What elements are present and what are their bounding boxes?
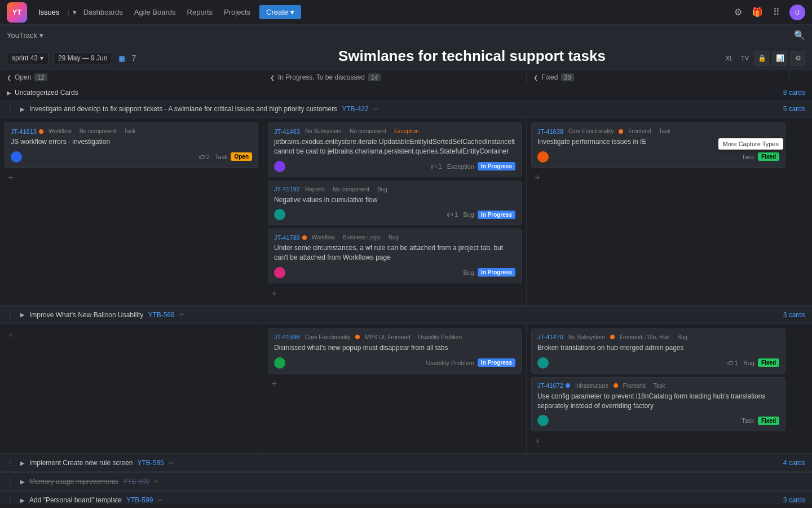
card-jt-41470-meta: 🏷 1 Bug	[727, 360, 754, 366]
uncategorized-toggle[interactable]: ▶	[7, 90, 11, 96]
swimlane-1-toggle[interactable]: ▶	[20, 106, 25, 112]
card-jt-41613-tag-workflow: Workflow	[46, 128, 74, 135]
search-icon[interactable]: 🔍	[794, 30, 805, 41]
swimlane-1: ⋮ ▶ Investigate and develop to fix suppo…	[0, 100, 812, 306]
swimlane-5-grip[interactable]: ⋮	[7, 496, 14, 504]
card-jt-41613-meta: 🏷 2 Task	[198, 154, 228, 160]
swimlane-5-toggle[interactable]: ▶	[20, 497, 25, 503]
logo-icon[interactable]: YT	[7, 2, 27, 23]
uncategorized-header[interactable]: ▶ Uncategorized Cards 8 cards	[0, 85, 812, 100]
card-jt-41672-title: Use config parameter to prevent i18nCata…	[537, 392, 779, 411]
settings-board-icon[interactable]: ⚙	[791, 51, 805, 65]
inprogress-label: In Progress, To be discussed	[278, 73, 365, 81]
swimlane-5-id[interactable]: YTB-599	[126, 496, 153, 504]
swimlane-3-id[interactable]: YTB-585	[137, 459, 164, 467]
apps-icon[interactable]: ⠿	[770, 6, 783, 19]
swimlane-3-title: Implement Create new rule screen	[29, 459, 133, 467]
swimlane-5-edit[interactable]: ✏	[157, 497, 162, 504]
swimlane-3-toggle[interactable]: ▶	[20, 460, 25, 466]
swimlane-4-toggle[interactable]: ▶	[20, 479, 25, 485]
swimlane-3-grip[interactable]: ⋮	[7, 459, 14, 467]
card-jt-41598[interactable]: JT-41598 Core Functionality MPS UI, Fron…	[268, 329, 522, 374]
card-jt-41463-tag-exception: Exception	[391, 128, 422, 135]
sprint-selector[interactable]: sprint 43 ▾	[7, 52, 48, 64]
frontend-dot	[619, 129, 623, 134]
card-jt-41463-id[interactable]: JT-41463	[274, 128, 300, 135]
swimlane-1-col-fixed: JT-41638 Core Functionality Frontend Tas…	[527, 118, 790, 305]
add-card-col2-sl2[interactable]: +	[268, 377, 281, 391]
card-jt-41463-badge: In Progress	[478, 162, 515, 170]
date-range[interactable]: 29 May — 9 Jun	[53, 52, 112, 64]
card-jt-41192-header: JT-41192 Reports No component Bug	[274, 186, 515, 193]
card-jt-41789[interactable]: JT-41789 Workflow Business Logic Bug Und…	[268, 229, 522, 283]
card-jt-41613-header: JT-41613 Workflow No component Task	[11, 128, 252, 135]
add-card-col1[interactable]: +	[5, 171, 17, 185]
frontend-dot-3	[614, 383, 618, 388]
card-jt-41789-header: JT-41789 Workflow Business Logic Bug	[274, 234, 515, 241]
lock-icon[interactable]: 🔒	[754, 51, 769, 65]
card-jt-41789-id[interactable]: JT-41789	[274, 234, 300, 241]
zoom-xl[interactable]: XL	[723, 54, 735, 63]
workflow-dot	[39, 129, 43, 134]
card-jt-41470[interactable]: JT-41470 No Subsystem Frontend, l10n, Hu…	[531, 329, 785, 374]
view-count-icon[interactable]: 7	[130, 52, 138, 64]
nav-dashboards[interactable]: Dashboards	[79, 6, 127, 19]
card-jt-41613-tag-nocomp: No component	[77, 128, 119, 135]
secondary-nav: YouTrack ▾ 🔍	[0, 25, 812, 46]
add-card-col3-sl1[interactable]: +	[531, 171, 544, 185]
card-jt-41192[interactable]: JT-41192 Reports No component Bug Negati…	[268, 181, 522, 226]
card-jt-41672[interactable]: JT-41672 Infrastructure Frontend Task Us…	[531, 377, 785, 432]
swimlane-1-header: ⋮ ▶ Investigate and develop to fix suppo…	[0, 100, 812, 118]
view-columns-icon[interactable]: ▦	[117, 52, 127, 64]
swimlane-3-edit[interactable]: ✏	[169, 459, 174, 467]
mpsui-dot	[355, 335, 360, 339]
user-avatar[interactable]: U	[789, 5, 805, 20]
board-main: ▶ Uncategorized Cards 8 cards ⋮ ▶ Invest…	[0, 85, 812, 504]
card-jt-41638[interactable]: JT-41638 Core Functionality Frontend Tas…	[531, 122, 785, 168]
swimlane-2-id[interactable]: YTB-569	[148, 311, 174, 319]
card-jt-41470-id[interactable]: JT-41470	[537, 334, 563, 340]
swimlane-2-grip[interactable]: ⋮	[7, 311, 14, 319]
chart-icon[interactable]: 📊	[773, 51, 787, 65]
swimlane-4: ⋮ ▶ Memory usage improvements YTB-590 ✏	[0, 473, 812, 492]
nav-divider-1: |	[68, 8, 69, 16]
fixed-count: 30	[561, 73, 573, 81]
card-jt-41470-tag-nosub: No Subsystem	[566, 334, 608, 341]
card-jt-41638-id[interactable]: JT-41638	[537, 128, 563, 135]
zoom-tv[interactable]: TV	[739, 54, 751, 63]
card-jt-41613[interactable]: JT-41613 Workflow No component Task JS w…	[5, 122, 258, 168]
swimlane-4-edit[interactable]: ✏	[154, 478, 159, 485]
add-card-col3-sl2[interactable]: +	[531, 435, 544, 449]
swimlane-1-id[interactable]: YTB-422	[342, 105, 368, 113]
create-button[interactable]: Create ▾	[259, 5, 301, 19]
card-jt-41598-id[interactable]: JT-41598	[274, 334, 300, 340]
issues-dropdown[interactable]: ▾	[73, 8, 77, 16]
swimlane-3: ⋮ ▶ Implement Create new rule screen YTB…	[0, 454, 812, 473]
nav-reports[interactable]: Reports	[183, 6, 218, 19]
swimlane-4-id[interactable]: YTB-590	[123, 478, 149, 485]
swimlane-2-toggle[interactable]: ▶	[20, 312, 25, 318]
swimlane-1-edit[interactable]: ✏	[373, 106, 378, 113]
nav-agile-boards[interactable]: Agile Boards	[130, 6, 180, 19]
swimlane-1-grip[interactable]: ⋮	[7, 105, 14, 113]
card-jt-41789-avatar	[274, 267, 285, 278]
card-jt-41463-meta: 🏷 1 Exception	[430, 163, 474, 170]
card-jt-41463[interactable]: JT-41463 No Subsystem No component Excep…	[268, 122, 522, 177]
swimlane-4-grip[interactable]: ⋮	[7, 478, 14, 485]
card-jt-41192-id[interactable]: JT-41192	[274, 186, 300, 192]
settings-icon[interactable]: ⚙	[732, 6, 744, 19]
card-jt-41672-id[interactable]: JT-41672	[537, 382, 563, 389]
add-card-col2-sl1[interactable]: +	[268, 287, 281, 301]
nav-issues[interactable]: Issues	[34, 6, 64, 19]
card-jt-41598-header: JT-41598 Core Functionality MPS UI, Fron…	[274, 334, 515, 341]
card-jt-41470-title: Broken translations on hub-merged admin …	[537, 343, 779, 353]
swimlane-2-edit[interactable]: ✏	[179, 311, 184, 318]
add-card-col1-sl2[interactable]: +	[5, 329, 17, 343]
swimlane-2-columns: + JT-41598 Core Functionality MPS UI, Fr…	[0, 324, 812, 453]
open-count: 12	[34, 73, 47, 81]
youtrack-nav[interactable]: YouTrack ▾	[7, 31, 43, 40]
nav-projects[interactable]: Projects	[219, 6, 255, 19]
card-jt-41613-id[interactable]: JT-41613	[11, 128, 37, 135]
open-label: Open	[15, 73, 31, 81]
gift-icon[interactable]: 🎁	[751, 6, 764, 19]
